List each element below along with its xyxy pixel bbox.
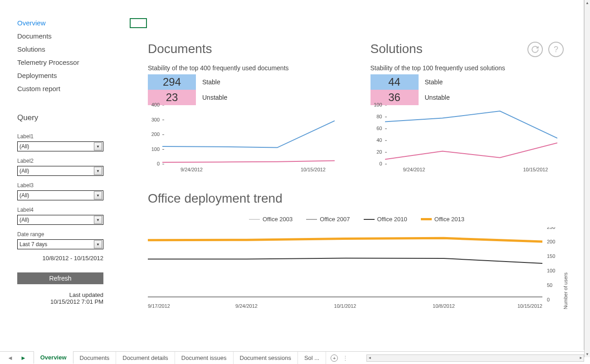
sheet-tab-overview[interactable]: Overview: [34, 351, 73, 364]
nav-custom-report[interactable]: Custom report: [17, 82, 119, 95]
sheet-nav-prev[interactable]: ◄: [7, 354, 13, 361]
nav-documents[interactable]: Documents: [17, 29, 119, 43]
last-updated-value: 10/15/2012 7:01 PM: [17, 298, 103, 305]
sheet-tab-document-sessions[interactable]: Document sessions: [234, 352, 298, 364]
label2-caption: Label2: [17, 158, 119, 164]
label3-combo[interactable]: (All) ▼: [17, 190, 103, 200]
legend-item: Office 2010: [377, 216, 407, 223]
trend-chart: 0501001502002509/17/20129/24/201210/1/20…: [148, 227, 566, 318]
last-updated-label: Last updated: [17, 291, 103, 298]
legend-item: Office 2013: [434, 216, 464, 223]
label3-value: (All): [20, 192, 29, 199]
label1-value: (All): [20, 143, 29, 150]
legend-item: Office 2003: [263, 216, 293, 223]
refresh-icon[interactable]: [527, 42, 543, 57]
solutions-subtitle: Stability of the top 100 frequently used…: [371, 64, 566, 72]
cell-cursor: [130, 18, 147, 28]
svg-text:9/24/2012: 9/24/2012: [235, 303, 258, 309]
label4-value: (All): [20, 217, 29, 223]
svg-text:100: 100: [547, 268, 555, 273]
svg-text:50: 50: [547, 282, 552, 288]
refresh-button[interactable]: Refresh: [17, 272, 103, 284]
label1-caption: Label1: [17, 133, 119, 140]
sheet-tab-document-issues[interactable]: Document issues: [175, 352, 234, 364]
main-content: ? Documents Stability of the top 400 fre…: [130, 0, 584, 350]
trend-ylabel: Number of users: [563, 272, 568, 309]
unstable-label: Unstable: [425, 94, 450, 101]
date-range-value: Last 7 days: [20, 241, 47, 248]
sidebar: Overview Documents Solutions Telemetry P…: [0, 0, 130, 350]
label2-combo[interactable]: (All) ▼: [17, 166, 103, 176]
label4-caption: Label4: [17, 207, 119, 213]
chevron-down-icon: ▼: [94, 191, 102, 199]
trend-legend: Office 2003 Office 2007 Office 2010 Offi…: [148, 216, 566, 223]
label4-combo[interactable]: (All) ▼: [17, 215, 103, 225]
svg-text:0: 0: [547, 297, 550, 302]
documents-subtitle: Stability of the top 400 frequently used…: [148, 64, 343, 72]
nav-telemetry-processor[interactable]: Telemetry Processor: [17, 56, 119, 69]
svg-text:9/17/2012: 9/17/2012: [148, 303, 170, 309]
label3-caption: Label3: [17, 182, 119, 189]
date-range-caption: Date range: [17, 231, 119, 238]
sheet-tab-document-details[interactable]: Document details: [116, 352, 175, 364]
chevron-down-icon: ▼: [94, 216, 102, 224]
trend-title: Office deployment trend: [148, 191, 566, 206]
solutions-stable-count: 44: [371, 74, 419, 90]
stable-label: Stable: [202, 78, 220, 86]
add-sheet-button[interactable]: +: [331, 354, 338, 362]
chevron-down-icon: ▼: [94, 167, 102, 175]
svg-text:10/15/2012: 10/15/2012: [517, 303, 542, 309]
help-icon[interactable]: ?: [548, 42, 564, 57]
query-heading: Query: [17, 113, 119, 122]
nav-deployments[interactable]: Deployments: [17, 69, 119, 82]
solutions-panel: Solutions Stability of the top 100 frequ…: [371, 42, 566, 178]
solutions-chart: 0204060801009/24/201210/15/2012: [371, 105, 566, 178]
documents-title: Documents: [148, 42, 343, 56]
sheet-tab-bar: ◄ ► Overview Documents Document details …: [0, 351, 584, 364]
vertical-scrollbar[interactable]: ▲▼: [584, 0, 590, 357]
date-range-combo[interactable]: Last 7 days ▼: [17, 239, 103, 249]
documents-chart: 01002003004009/24/201210/15/2012: [148, 105, 343, 178]
separator-icon: ⋮: [342, 354, 348, 361]
nav-overview[interactable]: Overview: [17, 16, 119, 29]
chevron-down-icon: ▼: [94, 240, 102, 248]
label1-combo[interactable]: (All) ▼: [17, 141, 103, 151]
svg-text:10/8/2012: 10/8/2012: [433, 303, 455, 309]
svg-text:250: 250: [547, 227, 555, 230]
sidebar-nav: Overview Documents Solutions Telemetry P…: [17, 16, 119, 95]
date-range-display: 10/8/2012 - 10/15/2012: [17, 255, 103, 262]
documents-stable-count: 294: [148, 74, 196, 90]
horizontal-scrollbar[interactable]: ◄►: [353, 352, 584, 364]
stable-label: Stable: [425, 78, 443, 86]
label2-value: (All): [20, 168, 29, 174]
chevron-down-icon: ▼: [94, 142, 102, 150]
sheet-tab-documents[interactable]: Documents: [73, 352, 117, 364]
documents-panel: Documents Stability of the top 400 frequ…: [148, 42, 343, 178]
unstable-label: Unstable: [202, 94, 227, 101]
svg-text:150: 150: [547, 253, 555, 259]
sheet-nav-next[interactable]: ►: [20, 354, 26, 361]
legend-item: Office 2007: [320, 216, 350, 223]
svg-text:10/1/2012: 10/1/2012: [334, 303, 356, 309]
nav-solutions[interactable]: Solutions: [17, 43, 119, 56]
svg-text:200: 200: [547, 239, 555, 244]
sheet-tab-more[interactable]: Sol ...: [298, 352, 326, 364]
